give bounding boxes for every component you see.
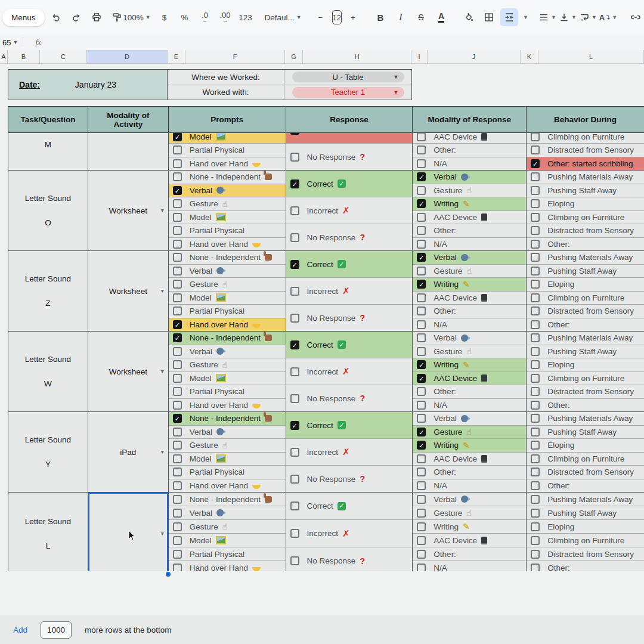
modality-of-activity-cell[interactable]: Worksheet▾ [88, 171, 168, 250]
checkbox-checked[interactable]: ✓ [173, 414, 182, 423]
where-we-worked-dropdown[interactable]: U - Table ▼ [292, 72, 404, 82]
checkbox[interactable] [531, 347, 540, 356]
column-header-D[interactable]: D [87, 50, 168, 63]
checkbox[interactable] [417, 320, 426, 329]
column-header-B[interactable]: B [8, 50, 40, 63]
menus-button[interactable]: Menus [2, 9, 45, 26]
checkbox[interactable] [173, 467, 182, 476]
checkbox[interactable] [417, 186, 426, 195]
modality-of-activity-cell[interactable]: Worksheet▾ [88, 332, 168, 411]
decrease-font-size-button[interactable]: − [312, 8, 330, 26]
checkbox[interactable] [173, 280, 182, 289]
checkbox[interactable] [290, 475, 299, 484]
checkbox[interactable] [173, 454, 182, 463]
checkbox[interactable] [531, 522, 540, 531]
modality-of-activity-cell[interactable]: iPad▾ [88, 412, 168, 492]
checkbox-checked[interactable]: ✓ [417, 253, 426, 262]
checkbox[interactable] [531, 267, 540, 275]
checkbox[interactable] [531, 454, 540, 463]
checkbox[interactable] [173, 347, 182, 356]
checkbox[interactable] [531, 253, 540, 262]
checkbox-checked[interactable]: ✓ [290, 340, 299, 349]
checkbox[interactable] [417, 240, 426, 249]
checkbox[interactable] [173, 428, 182, 436]
checkbox[interactable] [173, 522, 182, 531]
checkbox[interactable] [173, 213, 182, 222]
checkbox[interactable] [173, 253, 182, 262]
checkbox[interactable] [417, 522, 426, 531]
checkbox[interactable] [531, 414, 540, 423]
task-cell[interactable]: M [8, 133, 88, 170]
checkbox[interactable] [417, 414, 426, 423]
column-header-K[interactable]: K [521, 50, 538, 63]
checkbox[interactable] [417, 387, 426, 396]
column-header-G[interactable]: G [285, 50, 303, 63]
bold-button[interactable]: B [371, 8, 389, 26]
checkbox[interactable] [290, 287, 299, 296]
checkbox[interactable] [531, 536, 540, 545]
checkbox[interactable] [531, 441, 540, 450]
dropdown-caret-icon[interactable]: ▾ [161, 530, 164, 537]
task-cell[interactable]: Letter SoundY [8, 412, 88, 492]
checkbox-checked[interactable]: ✓ [290, 179, 299, 188]
checkbox[interactable] [417, 550, 426, 559]
dropdown-caret-icon[interactable]: ▾ [161, 207, 164, 213]
undo-button[interactable] [47, 8, 65, 26]
checkbox[interactable] [173, 240, 182, 249]
checkbox[interactable] [173, 441, 182, 450]
text-color-button[interactable]: A [432, 8, 450, 26]
checkbox[interactable] [417, 467, 426, 476]
merge-cells-button[interactable] [500, 8, 518, 26]
merge-cells-dropdown[interactable]: ▼ [521, 8, 529, 26]
checkbox[interactable] [173, 387, 182, 396]
checkbox-checked[interactable]: ✓ [290, 133, 299, 135]
checkbox-checked[interactable]: ✓ [417, 441, 426, 450]
checkbox[interactable] [531, 306, 540, 315]
checkbox[interactable] [531, 387, 540, 396]
checkbox[interactable] [417, 481, 426, 490]
column-header-E[interactable]: E [168, 50, 185, 63]
checkbox[interactable] [531, 133, 540, 141]
checkbox[interactable] [290, 314, 299, 323]
checkbox-checked[interactable]: ✓ [173, 133, 182, 141]
checkbox[interactable] [417, 495, 426, 504]
zoom-select[interactable]: 100%▼ [128, 8, 146, 26]
modality-of-activity-cell[interactable] [88, 133, 168, 170]
checkbox-checked[interactable]: ✓ [290, 260, 299, 269]
column-header-A[interactable]: A [0, 50, 8, 63]
fill-color-button[interactable] [460, 8, 478, 26]
task-cell[interactable]: Letter SoundO [8, 171, 88, 250]
add-rows-button[interactable]: Add [13, 626, 27, 634]
checkbox[interactable] [531, 333, 540, 342]
checkbox[interactable] [417, 267, 426, 275]
checkbox[interactable] [417, 536, 426, 545]
format-currency-button[interactable]: $ [156, 8, 174, 26]
checkbox[interactable] [531, 467, 540, 476]
checkbox[interactable] [531, 550, 540, 559]
checkbox[interactable] [173, 267, 182, 275]
checkbox[interactable] [531, 320, 540, 329]
checkbox[interactable] [290, 233, 299, 242]
checkbox[interactable] [417, 509, 426, 518]
checkbox[interactable] [531, 145, 540, 154]
checkbox[interactable] [290, 501, 299, 510]
decrease-decimal-button[interactable]: .0← [196, 8, 214, 26]
column-header-C[interactable]: C [40, 50, 87, 63]
checkbox[interactable] [531, 428, 540, 436]
checkbox-checked[interactable]: ✓ [417, 360, 426, 369]
checkbox-checked[interactable]: ✓ [417, 374, 426, 383]
column-header-H[interactable]: H [303, 50, 411, 63]
task-cell[interactable]: Letter SoundZ [8, 251, 88, 331]
column-header-J[interactable]: J [428, 50, 521, 63]
print-button[interactable] [88, 8, 106, 26]
task-cell[interactable]: Letter SoundW [8, 332, 88, 411]
redo-button[interactable] [67, 8, 85, 26]
checkbox[interactable] [173, 509, 182, 518]
name-box[interactable]: 65 [2, 38, 11, 47]
checkbox[interactable] [531, 495, 540, 504]
checkbox[interactable] [531, 509, 540, 518]
checkbox[interactable] [290, 556, 299, 565]
fill-handle[interactable] [166, 572, 171, 577]
checkbox[interactable] [531, 360, 540, 369]
dropdown-caret-icon[interactable]: ▾ [161, 287, 164, 294]
